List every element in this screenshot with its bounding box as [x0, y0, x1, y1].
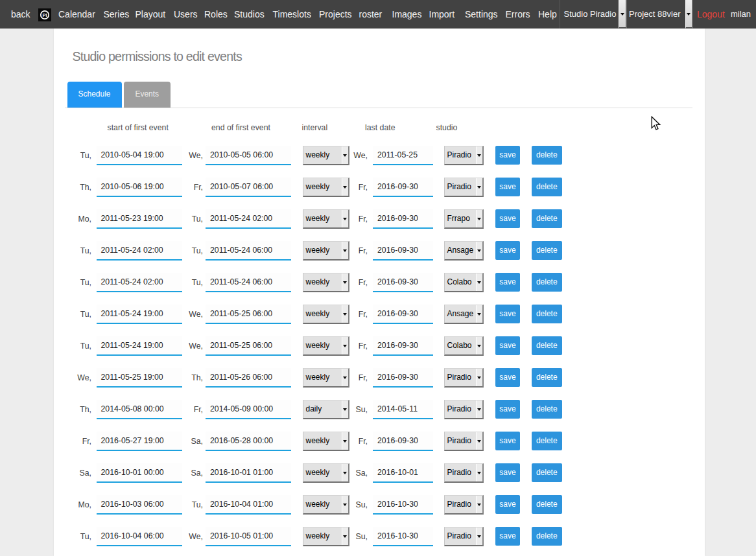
svg-text:PI: PI — [42, 12, 47, 18]
